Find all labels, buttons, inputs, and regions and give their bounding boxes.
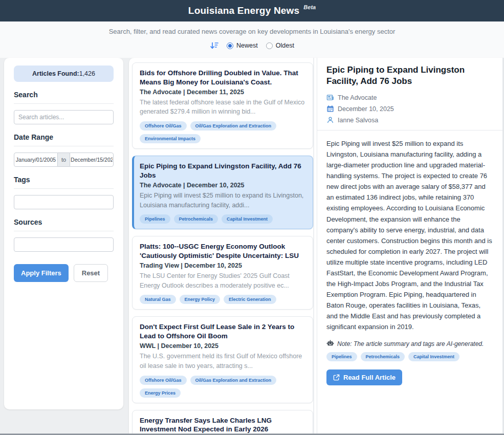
- article-summary: The U.S. government held its first Gulf …: [140, 352, 305, 371]
- tag-pill: Pipelines: [140, 214, 170, 224]
- page-subtitle: Search, filter, and read curated news co…: [0, 28, 504, 35]
- person-icon: [326, 116, 334, 124]
- search-input[interactable]: [14, 110, 114, 124]
- tag-pill: Electric Generation: [224, 295, 276, 304]
- tags-heading: Tags: [14, 176, 114, 184]
- tag-pill: Oil/Gas Exploration and Extraction: [190, 121, 277, 130]
- apply-filters-button[interactable]: Apply Filters: [14, 264, 69, 282]
- beta-badge: Beta: [303, 4, 316, 10]
- date-range-row: to: [14, 153, 114, 167]
- detail-author-row: Ianne Salvosa: [326, 116, 493, 124]
- detail-body: Epic Piping will invest $25 million to e…: [326, 138, 493, 332]
- divider: [14, 188, 114, 189]
- reset-button[interactable]: Reset: [74, 264, 108, 282]
- app-header: Louisiana Energy News Beta: [0, 0, 504, 21]
- radio-newest[interactable]: [227, 42, 233, 49]
- sort-oldest-label: Oldest: [276, 42, 294, 49]
- tag-pill: Capital Investment: [408, 352, 459, 361]
- detail-title: Epic Piping to Expand Livingston Facilit…: [326, 64, 493, 87]
- search-heading: Search: [14, 91, 114, 99]
- article-tags: Offshore Oil/GasOil/Gas Exploration and …: [140, 376, 305, 398]
- article-title: Energy Transfer Says Lake Charles LNG In…: [140, 416, 305, 434]
- sources-input[interactable]: [14, 237, 114, 252]
- tag-pill: Energy Policy: [180, 295, 221, 304]
- article-card[interactable]: Bids for Offshore Drilling Doubled in Va…: [132, 62, 313, 149]
- tag-pill: Pipelines: [326, 352, 357, 361]
- sort-option-newest[interactable]: Newest: [227, 42, 258, 49]
- robot-icon: [326, 340, 334, 347]
- sort-newest-label: Newest: [236, 42, 258, 49]
- filter-actions: Apply Filters Reset: [14, 264, 114, 282]
- tag-pill: Environmental Impacts: [140, 134, 201, 143]
- article-title: Epic Piping to Expand Livingston Facilit…: [140, 162, 305, 180]
- ai-note: Note: The article summary and tags are A…: [326, 340, 493, 347]
- article-summary: The latest federal offshore lease sale i…: [140, 98, 305, 117]
- detail-tags: PipelinesPetrochemicalsCapital Investmen…: [326, 352, 493, 361]
- article-card[interactable]: Don't Expect First Gulf Lease Sale in 2 …: [132, 316, 313, 403]
- filter-sidebar: Articles Found:1,426 Search Date Range t…: [4, 58, 123, 409]
- article-tags: PipelinesPetrochemicalsCapital Investmen…: [140, 214, 305, 224]
- list-scrollbar-track[interactable]: [313, 58, 314, 435]
- sort-controls: Newest Oldest: [0, 41, 504, 50]
- newspaper-icon: [326, 94, 334, 101]
- article-source-line: Trading View | December 10, 2025: [140, 262, 305, 269]
- sources-heading: Sources: [14, 218, 114, 226]
- divider: [14, 231, 114, 231]
- article-detail: Epic Piping to Expand Livingston Facilit…: [317, 58, 504, 435]
- subheader: Search, filter, and read curated news co…: [0, 21, 504, 58]
- date-from-input[interactable]: [14, 153, 58, 167]
- main-panel: Bids for Offshore Drilling Doubled in Va…: [129, 58, 504, 435]
- external-link-icon: [333, 374, 340, 381]
- divider: [317, 130, 504, 130]
- date-to-input[interactable]: [70, 153, 114, 167]
- article-source-line: The Advocate | December 10, 2025: [140, 182, 305, 189]
- article-summary: The LSU Center for Energy Studies' 2025 …: [140, 271, 305, 291]
- tag-pill: Energy Prices: [140, 388, 181, 398]
- detail-author: Ianne Salvosa: [338, 117, 378, 124]
- articles-found-badge: Articles Found:1,426: [14, 66, 114, 82]
- article-tags: Natural GasEnergy PolicyElectric Generat…: [140, 295, 305, 304]
- articles-found-label: Articles Found:: [32, 70, 79, 77]
- divider: [14, 146, 114, 146]
- article-tags: Offshore Oil/GasOil/Gas Exploration and …: [140, 121, 305, 143]
- ai-note-text: Note: The article summary and tags are A…: [337, 340, 484, 347]
- divider: [14, 103, 114, 104]
- sort-option-oldest[interactable]: Oldest: [266, 42, 294, 49]
- sort-descending-icon: [210, 41, 218, 50]
- detail-date-row: December 10, 2025: [326, 105, 493, 113]
- tag-pill: Offshore Oil/Gas: [140, 376, 187, 385]
- tag-pill: Petrochemicals: [361, 352, 405, 361]
- article-card[interactable]: Energy Transfer Says Lake Charles LNG In…: [132, 410, 313, 435]
- article-source-line: The Advocate | December 11, 2025: [140, 89, 305, 96]
- tag-pill: Petrochemicals: [174, 214, 218, 224]
- article-summary: Epic Piping will invest $25 million to e…: [140, 191, 305, 210]
- read-full-article-button[interactable]: Read Full Article: [326, 369, 402, 385]
- article-list: Bids for Offshore Drilling Doubled in Va…: [129, 58, 317, 435]
- articles-found-value: 1,426: [79, 70, 95, 77]
- article-title: Platts: 100--USGC Energy Economy Outlook…: [140, 242, 305, 260]
- tag-pill: Capital Investment: [222, 214, 273, 224]
- radio-oldest[interactable]: [266, 42, 273, 49]
- detail-source: The Advocate: [338, 94, 377, 101]
- detail-date: December 10, 2025: [338, 105, 394, 113]
- article-card[interactable]: Epic Piping to Expand Livingston Facilit…: [132, 156, 313, 229]
- tag-pill: Oil/Gas Exploration and Extraction: [190, 376, 277, 385]
- tag-pill: Natural Gas: [140, 295, 176, 304]
- tags-input[interactable]: [14, 195, 114, 209]
- tag-pill: Offshore Oil/Gas: [140, 121, 187, 130]
- article-source-line: WWL | December 10, 2025: [140, 342, 305, 350]
- date-range-heading: Date Range: [14, 133, 114, 141]
- article-title: Don't Expect First Gulf Lease Sale in 2 …: [140, 322, 305, 341]
- read-full-article-label: Read Full Article: [343, 374, 396, 381]
- app-title: Louisiana Energy News: [188, 5, 300, 16]
- calendar-icon: [326, 105, 334, 113]
- detail-source-row: The Advocate: [326, 94, 493, 101]
- date-separator-label: to: [58, 153, 70, 167]
- article-title: Bids for Offshore Drilling Doubled in Va…: [140, 69, 305, 87]
- article-card[interactable]: Platts: 100--USGC Energy Economy Outlook…: [132, 236, 313, 310]
